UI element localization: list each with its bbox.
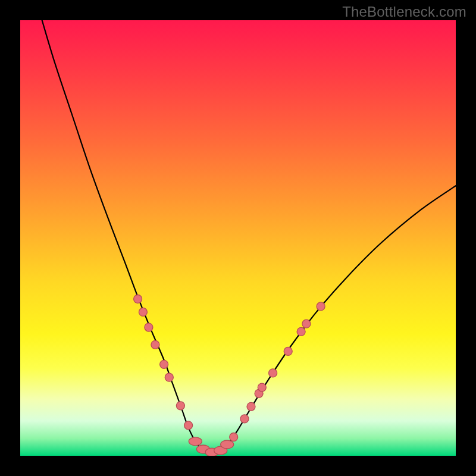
marker-dot bbox=[151, 340, 159, 349]
marker-dots bbox=[134, 295, 325, 456]
marker-dot bbox=[184, 421, 193, 430]
marker-dot bbox=[134, 295, 142, 303]
chart-frame: TheBottleneck.com bbox=[0, 0, 476, 476]
marker-dot bbox=[160, 360, 168, 368]
marker-dot bbox=[240, 415, 249, 423]
watermark-text: TheBottleneck.com bbox=[342, 4, 466, 20]
marker-dot bbox=[165, 373, 173, 381]
marker-dot bbox=[221, 440, 234, 449]
marker-dot bbox=[302, 320, 311, 328]
chart-svg bbox=[20, 20, 456, 456]
plot-area bbox=[20, 20, 456, 456]
marker-dot bbox=[176, 402, 184, 410]
marker-dot bbox=[247, 402, 255, 411]
marker-dot bbox=[145, 323, 153, 331]
marker-dot bbox=[284, 347, 292, 355]
marker-dot bbox=[317, 302, 325, 311]
marker-dot bbox=[297, 327, 305, 336]
marker-dot bbox=[189, 437, 202, 446]
marker-dot bbox=[139, 308, 147, 316]
marker-dot bbox=[230, 433, 238, 441]
marker-dot bbox=[269, 369, 277, 377]
main-curve bbox=[42, 20, 456, 453]
marker-dot bbox=[258, 383, 266, 392]
